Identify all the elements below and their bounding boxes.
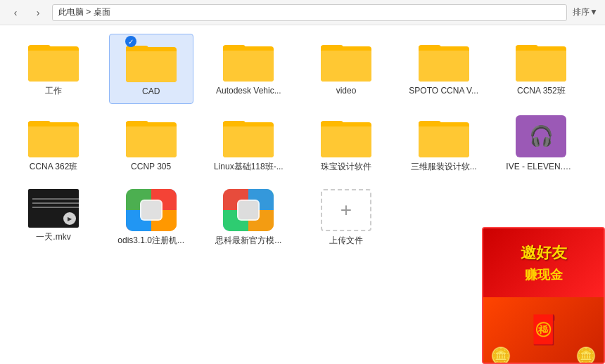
file-item-jewelry[interactable]: 珠宝设计软件 — [304, 110, 388, 178]
folder-icon — [321, 39, 371, 82]
folder-icon — [126, 115, 177, 157]
ad-popup[interactable]: 邀好友 赚现金 🧧 🪙 🪙 — [482, 227, 605, 364]
file-label-jewelry: 珠宝设计软件 — [321, 162, 371, 173]
folder-icon — [419, 39, 469, 82]
video-thumbnail: ▬▬▬▬▬▬▬▬▬▬▬▬▬▬▬▬▬▬▬▬▬▬▬▬▬▬▬▬▬▬▬▬▬ ▶ — [28, 189, 79, 228]
back-btn[interactable]: ‹ — [7, 4, 24, 21]
file-item-spoto[interactable]: SPOTO CCNA V... — [402, 34, 486, 104]
file-label-gongzuo: 工作 — [45, 86, 62, 97]
file-label-ccnp305: CCNP 305 — [131, 162, 171, 173]
folder-icon — [223, 115, 274, 157]
file-label-odis: odis3.1.0注册机... — [117, 235, 184, 247]
file-item-cad[interactable]: CAD — [109, 34, 193, 104]
file-item-upload[interactable]: +上传文件 — [304, 183, 388, 252]
file-label-3d-fashion: 三维服装设计软... — [411, 162, 477, 173]
file-label-ccna352: CCNA 352班 — [517, 86, 566, 97]
ad-line2: 赚现金 — [525, 266, 563, 283]
file-label-spoto: SPOTO CCNA V... — [409, 86, 478, 97]
folder-icon — [321, 115, 371, 157]
upload-icon: + — [321, 189, 371, 231]
file-item-ive[interactable]: 🎧IVE - ELEVEN.m... — [499, 110, 583, 178]
svg-rect-11 — [238, 201, 258, 219]
folder-icon — [223, 39, 274, 82]
file-item-yitian[interactable]: ▬▬▬▬▬▬▬▬▬▬▬▬▬▬▬▬▬▬▬▬▬▬▬▬▬▬▬▬▬▬▬▬▬ ▶ 一天.m… — [11, 183, 96, 252]
file-label-cisco: 思科最新官方模... — [215, 235, 281, 247]
file-item-ccna352[interactable]: CCNA 352班 — [499, 34, 583, 104]
folder-icon — [28, 115, 79, 157]
top-bar: ‹ › 此电脑 > 桌面 排序▼ — [0, 0, 605, 25]
file-label-upload: 上传文件 — [329, 235, 363, 247]
file-item-linux[interactable]: Linux基础118班-... — [206, 110, 291, 178]
address-text: 此电脑 > 桌面 — [58, 6, 110, 18]
folder-icon — [516, 39, 566, 82]
file-item-autodesk[interactable]: Autodesk Vehic... — [206, 34, 291, 104]
app-icon-cisco — [223, 189, 274, 231]
sort-btn[interactable]: 排序▼ — [573, 6, 598, 18]
address-bar[interactable]: 此电脑 > 桌面 — [52, 4, 567, 21]
svg-rect-5 — [141, 201, 161, 219]
file-item-cisco[interactable]: 思科最新官方模... — [206, 183, 291, 252]
file-label-linux: Linux基础118班-... — [214, 162, 284, 173]
file-label-cad: CAD — [142, 86, 160, 98]
content-area: 工作 CAD Autodesk Vehic... video SPOTO CCN… — [0, 25, 605, 261]
audio-icon: 🎧 — [516, 115, 566, 157]
file-item-video[interactable]: video — [304, 34, 388, 104]
forward-btn[interactable]: › — [30, 4, 46, 21]
app-icon-odis — [126, 189, 177, 231]
file-item-ccnp305[interactable]: CCNP 305 — [109, 110, 193, 178]
folder-icon — [28, 39, 79, 82]
file-item-3d-fashion[interactable]: 三维服装设计软... — [402, 110, 486, 178]
file-label-video: video — [336, 86, 357, 97]
file-label-ive: IVE - ELEVEN.m... — [506, 162, 576, 173]
file-label-autodesk: Autodesk Vehic... — [216, 86, 281, 97]
file-label-yitian: 一天.mkv — [36, 232, 70, 243]
file-item-odis[interactable]: odis3.1.0注册机... — [109, 183, 193, 252]
play-button[interactable]: ▶ — [63, 212, 76, 225]
sort-label: 排序▼ — [573, 6, 598, 18]
file-item-gongzuo[interactable]: 工作 — [11, 34, 96, 104]
check-badge — [125, 36, 136, 47]
file-label-ccna362: CCNA 362班 — [30, 162, 78, 173]
ad-line1: 邀好友 — [521, 242, 567, 264]
file-item-ccna362[interactable]: CCNA 362班 — [11, 110, 96, 178]
folder-icon — [419, 115, 469, 157]
